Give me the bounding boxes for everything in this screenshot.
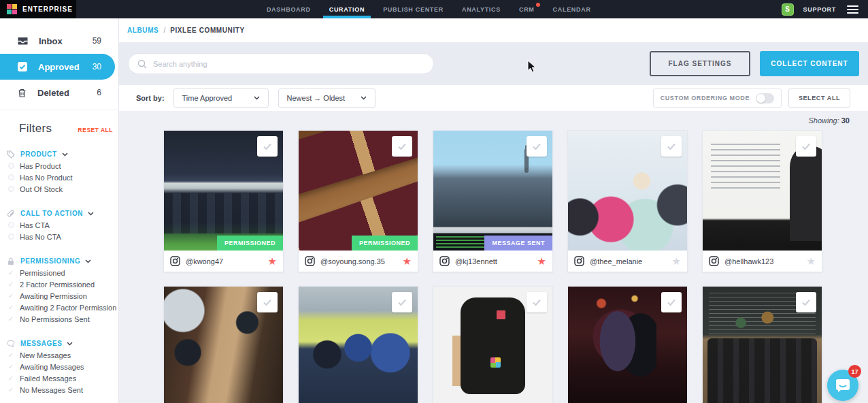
checkbox-icon xyxy=(17,61,28,72)
tag-icon xyxy=(7,150,15,159)
check-icon: ✓ xyxy=(7,363,15,370)
notification-dot xyxy=(536,3,540,7)
filter-option-label: Has No Product xyxy=(20,174,73,182)
favorite-star[interactable]: ★ xyxy=(403,256,412,266)
filter-section-header[interactable]: PRODUCT xyxy=(7,148,118,160)
post-photo[interactable]: MESSAGE SENT xyxy=(433,131,552,251)
sidebar-item-label: Deleted xyxy=(37,88,69,98)
filter-section-messages: MESSAGES ✓New Messages ✓Awaiting Message… xyxy=(0,338,118,396)
toolbar: FLAG SETTINGS COLLECT CONTENT xyxy=(119,42,868,85)
favorite-star[interactable]: ★ xyxy=(672,256,681,266)
favorite-star[interactable]: ★ xyxy=(268,256,277,266)
radio-icon xyxy=(8,222,14,228)
check-icon xyxy=(665,296,678,308)
breadcrumb-separator: / xyxy=(163,27,165,34)
filter-option-awaiting-messages[interactable]: ✓Awaiting Messages xyxy=(7,361,118,372)
sidebar-item-count: 59 xyxy=(93,36,101,46)
brand-block[interactable]: ENTERPRISE xyxy=(0,0,76,18)
filters-title: Filters xyxy=(19,122,52,135)
select-photo-checkbox[interactable] xyxy=(796,136,816,157)
radio-icon xyxy=(8,233,14,240)
check-icon: ✓ xyxy=(7,292,15,300)
select-photo-checkbox[interactable] xyxy=(257,136,278,157)
favorite-star[interactable]: ★ xyxy=(807,256,816,266)
filter-option-permissioned[interactable]: ✓Permissioned xyxy=(7,267,118,278)
account-badge[interactable]: S xyxy=(782,3,794,16)
radio-icon xyxy=(8,186,14,192)
chat-widget-button[interactable]: 17 xyxy=(827,370,858,401)
filter-option-has-no-product[interactable]: Has No Product xyxy=(7,172,118,183)
nav-tab-analytics[interactable]: ANALYTICS xyxy=(462,0,501,18)
select-photo-checkbox[interactable] xyxy=(257,292,278,312)
reset-all-button[interactable]: RESET ALL xyxy=(78,127,113,133)
post-photo[interactable] xyxy=(568,287,687,403)
sidebar-item-inbox[interactable]: Inbox 59 xyxy=(0,28,118,54)
post-photo[interactable]: PERMISSIONED xyxy=(299,131,418,251)
search-input[interactable] xyxy=(153,60,424,68)
custom-ordering-toggle[interactable] xyxy=(756,93,774,103)
post-photo[interactable]: PERMISSIONED xyxy=(164,131,283,251)
chevron-down-icon xyxy=(254,96,260,100)
check-icon: ✓ xyxy=(7,304,15,311)
nav-tab-crm[interactable]: CRM xyxy=(519,0,535,18)
filter-option-awaiting-2-factor-permission[interactable]: ✓Awaiting 2 Factor Permission xyxy=(7,302,118,313)
post-photo[interactable] xyxy=(703,287,822,403)
filter-section-header[interactable]: PERMISSIONING xyxy=(7,255,118,267)
search-bar[interactable] xyxy=(128,53,434,74)
sort-bar: Sort by: Time Approved Newest → Oldest C… xyxy=(119,85,868,111)
nav-tab-publish-center[interactable]: PUBLISH CENTER xyxy=(383,0,444,18)
filter-option-no-messages-sent[interactable]: ✓No Messages Sent xyxy=(7,384,118,396)
nav-tab-calendar[interactable]: CALENDAR xyxy=(553,0,591,18)
filter-option-awaiting-permission[interactable]: ✓Awaiting Permission xyxy=(7,290,118,302)
check-icon: ✓ xyxy=(7,374,15,382)
filter-option-has-product[interactable]: Has Product xyxy=(7,160,118,172)
post-photo[interactable] xyxy=(703,131,822,251)
filter-option-2-factor-permissioned[interactable]: ✓2 Factor Permissioned xyxy=(7,278,118,290)
nav-tab-curation[interactable]: CURATION xyxy=(329,0,365,18)
nav-tab-dashboard[interactable]: DASHBOARD xyxy=(267,0,311,18)
filter-option-new-messages[interactable]: ✓New Messages xyxy=(7,349,118,361)
filter-option-label: Awaiting Messages xyxy=(20,363,84,371)
chevron-down-icon xyxy=(62,152,68,157)
filter-option-failed-messages[interactable]: ✓Failed Messages xyxy=(7,372,118,384)
post-photo[interactable] xyxy=(164,287,283,403)
inbox-icon xyxy=(17,37,29,46)
select-photo-checkbox[interactable] xyxy=(527,292,547,312)
select-photo-checkbox[interactable] xyxy=(661,292,682,312)
filter-option-no-permissions-sent[interactable]: ✓No Permissions Sent xyxy=(7,313,118,325)
support-link[interactable]: SUPPORT xyxy=(803,6,836,13)
flag-settings-button[interactable]: FLAG SETTINGS xyxy=(650,51,750,76)
hamburger-menu-icon[interactable] xyxy=(846,3,860,16)
select-photo-checkbox[interactable] xyxy=(796,292,816,312)
select-all-button[interactable]: SELECT ALL xyxy=(788,88,850,108)
filter-section-call-to-action: CALL TO ACTION Has CTA Has No CTA xyxy=(0,208,118,242)
sort-field-value: Time Approved xyxy=(182,94,233,102)
filter-option-out-of-stock[interactable]: Out Of Stock xyxy=(7,183,118,195)
sort-direction-dropdown[interactable]: Newest → Oldest xyxy=(278,88,375,108)
showing-count-line: Showing:30 xyxy=(119,116,868,125)
collect-content-button[interactable]: COLLECT CONTENT xyxy=(760,51,859,76)
filter-option-has-no-cta[interactable]: Has No CTA xyxy=(7,231,118,242)
filter-section-header[interactable]: CALL TO ACTION xyxy=(7,208,118,219)
content-card: @thee_melanie ★ xyxy=(567,130,688,272)
breadcrumb-albums-link[interactable]: ALBUMS xyxy=(127,27,158,34)
filter-option-has-cta[interactable]: Has CTA xyxy=(7,219,118,231)
select-photo-checkbox[interactable] xyxy=(527,136,547,157)
select-photo-checkbox[interactable] xyxy=(392,136,412,157)
sidebar-item-approved[interactable]: Approved 30 xyxy=(0,54,115,80)
select-photo-checkbox[interactable] xyxy=(661,136,682,157)
post-photo[interactable] xyxy=(433,287,552,403)
check-icon xyxy=(531,140,543,152)
filter-option-label: Awaiting 2 Factor Permission xyxy=(20,304,116,312)
sidebar-item-deleted[interactable]: Deleted 6 xyxy=(0,80,118,106)
sort-field-dropdown[interactable]: Time Approved xyxy=(173,88,269,108)
favorite-star[interactable]: ★ xyxy=(537,256,546,266)
post-photo[interactable] xyxy=(299,287,418,403)
select-photo-checkbox[interactable] xyxy=(392,292,412,312)
filter-section-header[interactable]: MESSAGES xyxy=(7,338,118,349)
post-photo[interactable] xyxy=(568,131,687,251)
top-nav: ENTERPRISE DASHBOARD CURATION PUBLISH CE… xyxy=(0,0,868,18)
breadcrumb-current-album: PIXLEE COMMUNITY xyxy=(170,27,245,34)
status-badge: PERMISSIONED xyxy=(217,236,283,251)
filter-option-label: Out Of Stock xyxy=(20,185,63,193)
